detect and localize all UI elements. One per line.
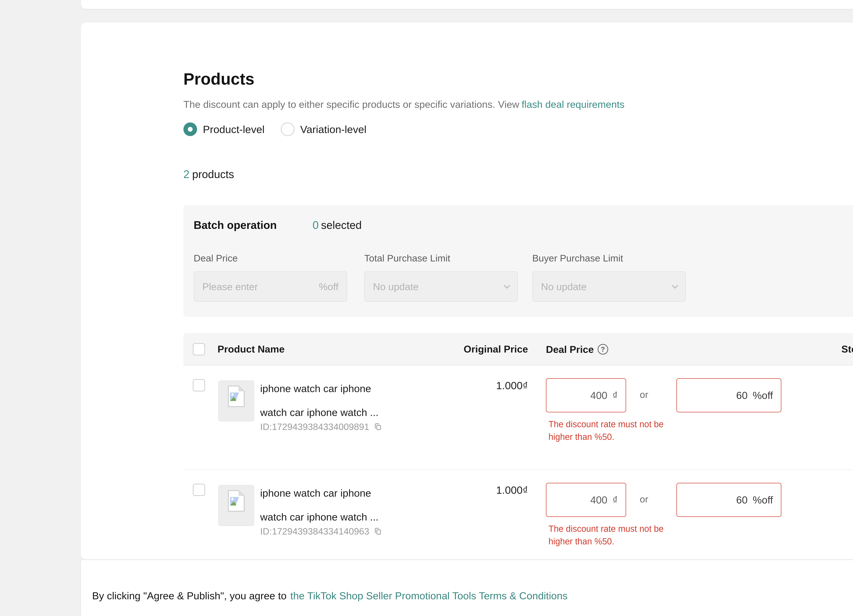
percent-off-value: 60: [685, 390, 748, 401]
product-id: ID:1729439384334140963: [260, 526, 382, 537]
batch-buyer-purchase-label: Buyer Purchase Limit: [532, 253, 623, 264]
question-circle-icon[interactable]: ?: [598, 344, 608, 355]
header-deal-price-label: Deal Price: [546, 334, 594, 365]
select-all-checkbox[interactable]: [193, 343, 205, 355]
product-thumbnail: [219, 485, 254, 526]
batch-selected-count: 0selected: [313, 219, 362, 231]
agreement-prefix: By clicking "Agree & Publish", you agree…: [92, 590, 287, 601]
selected-count-label: selected: [321, 219, 362, 231]
subtitle-text: The discount can apply to either specifi…: [184, 99, 519, 110]
product-thumbnail: [219, 381, 254, 422]
product-id: ID:1729439384334009891: [260, 422, 382, 432]
deal-price-currency-suffix: ₫: [612, 390, 618, 401]
or-label: or: [634, 389, 654, 400]
deal-price-currency-suffix: ₫: [612, 494, 618, 506]
stock-value: 0: [817, 379, 853, 391]
or-label: or: [634, 493, 654, 505]
discount-error-message: The discount rate must not be higher tha…: [548, 418, 664, 443]
original-price-value: 1.000₫: [371, 379, 528, 391]
header-original-price: Original Price: [371, 333, 528, 366]
radio-variation-level[interactable]: Variation-level: [281, 123, 366, 136]
batch-deal-price-label: Deal Price: [194, 253, 238, 264]
percent-off-value: 60: [685, 494, 748, 506]
radio-selected-icon[interactable]: [184, 123, 197, 136]
batch-total-purchase-select[interactable]: No update: [364, 272, 518, 302]
product-name: iphone watch car iphone watch car iphone…: [260, 377, 390, 425]
batch-total-purchase-value: No update: [373, 281, 505, 292]
agreement-text: By clicking "Agree & Publish", you agree…: [92, 590, 853, 602]
row-checkbox[interactable]: [193, 379, 205, 391]
page-title: Products: [184, 70, 254, 88]
flash-deal-requirements-link[interactable]: flash deal requirements: [522, 99, 625, 110]
error-line-2: higher than %50.: [548, 431, 664, 443]
table-header-row: Product Name Original Price Deal Price ?…: [184, 333, 853, 366]
batch-title-row: Batch operation 0selected: [194, 219, 362, 231]
error-line-1: The discount rate must not be: [548, 418, 664, 431]
batch-operation-panel: Batch operation 0selected Deal Price Tot…: [184, 205, 853, 317]
level-radio-group: Product-level Variation-level: [184, 123, 366, 136]
flash-deal-products-page: { "products_section": { "title": "Produc…: [0, 0, 853, 616]
product-id-text: ID:1729439384334140963: [260, 526, 369, 537]
header-deal-price: Deal Price ?: [546, 333, 608, 366]
select-all-checkbox-wrap: [193, 343, 205, 355]
header-product-name: Product Name: [217, 333, 285, 366]
chevron-down-icon: [672, 282, 678, 289]
section-subtitle: The discount can apply to either specifi…: [184, 99, 625, 110]
radio-product-level[interactable]: Product-level: [184, 123, 265, 136]
original-price-value: 1.000₫: [371, 484, 528, 496]
bottom-action-bar: By clicking "Agree & Publish", you agree…: [81, 560, 853, 616]
header-stock: Stock: [817, 333, 853, 366]
batch-buyer-purchase-select[interactable]: No update: [532, 272, 686, 302]
product-id-text: ID:1729439384334009891: [260, 422, 369, 432]
deal-price-input[interactable]: 400 ₫: [546, 483, 626, 517]
table-row: iphone watch car iphone watch car iphone…: [184, 366, 853, 469]
batch-operation-title: Batch operation: [194, 219, 277, 231]
percent-off-suffix: %off: [753, 390, 773, 401]
broken-image-icon: [227, 385, 246, 407]
copy-icon[interactable]: [373, 527, 382, 536]
deal-price-value: 400: [554, 494, 607, 506]
percent-off-input[interactable]: 60 %off: [677, 378, 781, 413]
product-count: 2products: [184, 168, 234, 181]
product-name: iphone watch car iphone watch car iphone…: [260, 481, 390, 529]
stock-value: 0: [817, 484, 853, 496]
products-table: Product Name Original Price Deal Price ?…: [184, 333, 853, 579]
percent-off-suffix: %off: [753, 494, 773, 506]
batch-deal-price-input[interactable]: Please enter %off: [194, 272, 347, 302]
discount-error-message: The discount rate must not be higher tha…: [548, 522, 664, 548]
error-line-1: The discount rate must not be: [548, 522, 664, 535]
deal-price-input[interactable]: 400 ₫: [546, 378, 626, 413]
broken-image-icon: [227, 490, 246, 512]
radio-product-level-label: Product-level: [203, 123, 265, 135]
batch-total-purchase-label: Total Purchase Limit: [364, 253, 450, 264]
products-card: Products The discount can apply to eithe…: [81, 23, 853, 559]
error-line-2: higher than %50.: [548, 535, 664, 548]
radio-variation-level-label: Variation-level: [300, 123, 366, 135]
deal-price-value: 400: [554, 390, 607, 401]
product-count-number: 2: [184, 168, 190, 181]
batch-deal-price-suffix: %off: [319, 281, 338, 292]
row-checkbox[interactable]: [193, 484, 205, 496]
batch-deal-price-placeholder: Please enter: [202, 281, 319, 292]
selected-count-number: 0: [313, 219, 319, 231]
chevron-down-icon: [504, 282, 510, 289]
percent-off-input[interactable]: 60 %off: [677, 483, 781, 517]
radio-unselected-icon[interactable]: [281, 123, 294, 136]
terms-and-conditions-link[interactable]: the TikTok Shop Seller Promotional Tools…: [290, 590, 568, 601]
product-count-label: products: [192, 168, 234, 181]
previous-section-card-bottom: [81, 0, 853, 9]
copy-icon[interactable]: [373, 422, 382, 431]
batch-buyer-purchase-value: No update: [541, 281, 673, 292]
